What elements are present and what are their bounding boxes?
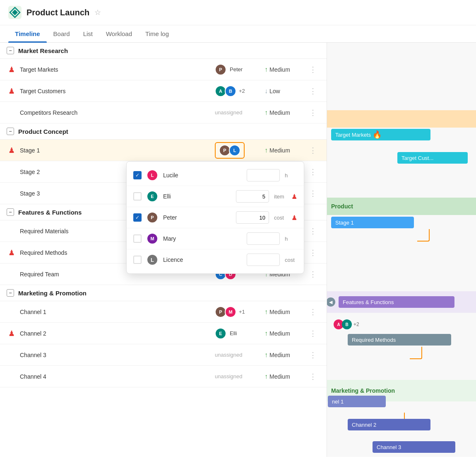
extra-ch1: +1 (239, 309, 245, 315)
tab-timeline[interactable]: Timeline (8, 25, 47, 42)
priority-up-ch2: ↑ (264, 330, 268, 337)
assignee-name-ch2: Elli (230, 330, 237, 336)
avatar-stage1-2: L (229, 145, 240, 156)
task-row-target-customers: ♟ Target Customers A B +2 ↓ Low ⋮ (0, 80, 327, 102)
task-name-competitors-research: Competitors Research (17, 109, 215, 116)
task-name-stage1: Stage 1 (17, 147, 215, 154)
checkbox-licence[interactable] (133, 256, 142, 264)
priority-label-ch4: Medium (269, 373, 290, 380)
checkbox-lucile[interactable]: ✓ (133, 171, 142, 179)
gantt-bar-label-channel3: Channel 3 (373, 441, 455, 453)
assignee-target-customers: A B +2 (215, 85, 264, 97)
task-name-channel2: Channel 2 (17, 330, 215, 337)
checkbox-mary[interactable] (133, 234, 142, 243)
avatar-2-target-customers: B (225, 85, 236, 97)
priority-label-ch2: Medium (269, 330, 290, 337)
more-menu-stage3[interactable]: ⋮ (306, 187, 320, 200)
assignee-bordered-stage1[interactable]: P L (215, 142, 245, 159)
priority-target-customers: ↓ Low (264, 87, 306, 95)
assignee-channel3: unassigned (215, 352, 264, 358)
group-collapse-marketing[interactable]: − (7, 289, 14, 297)
group-collapse-product-concept[interactable]: − (7, 128, 14, 135)
priority-stage1: ↑ Medium (264, 147, 306, 154)
group-label-product-concept: Product Concept (18, 128, 68, 135)
more-menu-rm[interactable]: ⋮ (306, 225, 320, 237)
input-elli[interactable] (236, 190, 269, 203)
gantt-row-required-materials: A B +2 (327, 314, 476, 335)
app-header: Product Launch ☆ (0, 0, 476, 25)
more-menu-competitors[interactable]: ⋮ (306, 106, 320, 119)
input-licence[interactable] (247, 254, 280, 266)
checkbox-elli[interactable] (133, 192, 142, 201)
app-title: Product Launch (26, 8, 89, 17)
input-lucile[interactable] (247, 169, 280, 181)
more-menu-stage1[interactable]: ⋮ (306, 144, 320, 157)
task-row-competitors-research: Competitors Research unassigned ↑ Medium… (0, 102, 327, 123)
tab-list[interactable]: List (77, 25, 99, 42)
assignee-dropdown: ✓ L Lucile h E Elli item ♟ (126, 161, 304, 274)
task-row-channel2: ♟ Channel 2 E Elli ↑ Medium ⋮ (0, 323, 327, 344)
star-icon[interactable]: ☆ (94, 8, 101, 17)
priority-up-icon: ↑ (264, 66, 268, 73)
gantt-bar-label-channel1: nel 1 (328, 396, 386, 407)
dropdown-item-elli: E Elli item ♟ (127, 186, 304, 207)
tab-timelog[interactable]: Time log (139, 25, 175, 42)
priority-label-ch1: Medium (269, 309, 290, 315)
more-menu-channel2[interactable]: ⋮ (306, 327, 320, 340)
more-menu-channel1[interactable]: ⋮ (306, 306, 320, 318)
group-header-market-research: − Market Research (0, 43, 327, 59)
gantt-bar-label-target-customers: Target Cust... (397, 152, 468, 164)
task-row-channel1: Channel 1 P M +1 ↑ Medium ⋮ (0, 301, 327, 323)
more-menu-target-customers[interactable]: ⋮ (306, 85, 320, 97)
assignee-stage1[interactable]: P L (215, 142, 264, 159)
gantt-bar-target-markets: Target Markets 🔥 A (331, 130, 344, 140)
priority-channel3: ↑ Medium (264, 351, 306, 359)
app-logo-icon (8, 6, 22, 19)
gantt-ff-bar-row: ◀ Features & Functions (327, 291, 476, 313)
tab-workload[interactable]: Workload (99, 25, 139, 42)
task-name-channel4: Channel 4 (17, 373, 215, 380)
gantt-label-product-concept: Product (331, 203, 353, 210)
gantt-collapse-ff-btn[interactable]: ◀ (327, 297, 335, 307)
assignee-target-markets: P Peter (215, 64, 264, 75)
more-menu-channel4[interactable]: ⋮ (306, 370, 320, 383)
more-menu-stage2[interactable]: ⋮ (306, 166, 320, 178)
avatar-lucile: L (147, 169, 158, 181)
avatar-peter: P (215, 64, 226, 75)
priority-channel1: ↑ Medium (264, 308, 306, 316)
group-header-product-concept: − Product Concept (0, 123, 327, 140)
person-icon-required-methods: ♟ (7, 248, 17, 257)
task-name-channel3: Channel 3 (17, 352, 215, 358)
unit-lucile: h (285, 172, 297, 179)
priority-up-ch4: ↑ (264, 373, 268, 380)
group-collapse-market-research[interactable]: − (7, 47, 14, 54)
gantt-bar-label-target-markets: Target Markets 🔥 (331, 129, 430, 140)
task-name-target-customers: Target Customers (17, 88, 215, 94)
task-row-stage1: ♟ Stage 1 P L ↑ Medium ⋮ ✓ (0, 140, 327, 161)
tab-board[interactable]: Board (47, 25, 77, 42)
person-flag-peter: ♟ (291, 214, 297, 222)
priority-down-icon: ↓ (264, 87, 268, 95)
group-label-features-functions: Features & Functions (18, 209, 82, 216)
group-collapse-features-functions[interactable]: − (7, 208, 14, 216)
gantt-bar-ff: Features & Functions (339, 296, 454, 308)
input-mary[interactable] (247, 232, 280, 245)
name-mary: Mary (163, 235, 242, 242)
more-menu-channel3[interactable]: ⋮ (306, 349, 320, 361)
task-row-channel4: Channel 4 unassigned ↑ Medium ⋮ (0, 366, 327, 387)
priority-up-icon-stage1: ↑ (264, 147, 268, 154)
priority-up-icon-competitors: ↑ (264, 109, 268, 116)
gantt-avatar-rm-2: B (342, 319, 352, 329)
more-menu-required-team[interactable]: ⋮ (306, 268, 320, 280)
dropdown-item-mary: M Mary h (127, 228, 304, 249)
input-peter[interactable] (236, 211, 269, 224)
more-menu-target-markets[interactable]: ⋮ (306, 63, 320, 76)
more-menu-required-methods[interactable]: ⋮ (306, 247, 320, 259)
checkbox-peter[interactable]: ✓ (133, 213, 142, 222)
priority-target-markets: ↑ Medium (264, 66, 306, 73)
unit-licence: cost (285, 257, 297, 263)
task-row-channel3: Channel 3 unassigned ↑ Medium ⋮ (0, 344, 327, 366)
priority-channel4: ↑ Medium (264, 373, 306, 380)
gantt-bar-label-stage1: Stage 1 (331, 217, 414, 228)
avatar-ch2: E (215, 328, 226, 339)
